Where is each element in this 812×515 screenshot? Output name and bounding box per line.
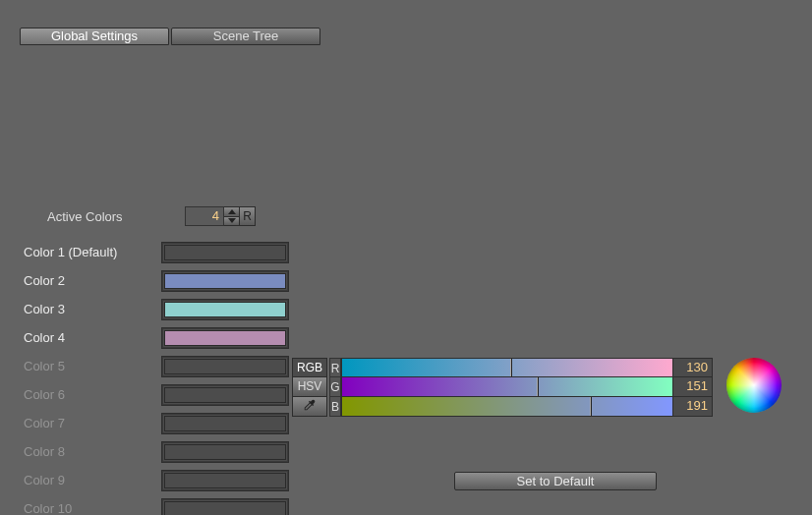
channel-slider[interactable] bbox=[341, 377, 673, 397]
spinner-up[interactable] bbox=[224, 207, 239, 217]
color-label: Color 3 bbox=[24, 302, 161, 316]
color-swatch[interactable] bbox=[161, 299, 289, 320]
color-label: Color 1 (Default) bbox=[24, 245, 161, 259]
active-colors-label: Active Colors bbox=[47, 209, 161, 224]
color-row: Color 6 bbox=[24, 380, 289, 409]
channel-slider[interactable] bbox=[341, 397, 673, 417]
color-swatch[interactable] bbox=[161, 270, 289, 292]
color-label: Color 9 bbox=[24, 473, 161, 487]
spinner-down[interactable] bbox=[224, 217, 239, 226]
slider-handle[interactable] bbox=[537, 377, 539, 396]
color-swatch[interactable] bbox=[161, 470, 289, 491]
color-swatch[interactable] bbox=[161, 441, 289, 463]
tab-scene-tree[interactable]: Scene Tree bbox=[171, 28, 320, 45]
tab-global-settings[interactable]: Global Settings bbox=[20, 28, 169, 45]
active-colors-spinner bbox=[224, 206, 240, 226]
color-list: Color 1 (Default)Color 2Color 3Color 4Co… bbox=[24, 238, 289, 515]
channel-row: G151 bbox=[329, 377, 713, 397]
color-row: Color 1 (Default) bbox=[24, 238, 289, 266]
color-label: Color 8 bbox=[24, 444, 161, 459]
channel-label: G bbox=[329, 377, 341, 397]
slider-handle[interactable] bbox=[590, 397, 592, 416]
color-row: Color 3 bbox=[24, 295, 289, 323]
color-wheel[interactable] bbox=[726, 358, 782, 413]
color-label: Color 2 bbox=[24, 273, 161, 288]
color-label: Color 7 bbox=[24, 416, 161, 430]
color-swatch[interactable] bbox=[161, 327, 289, 349]
color-swatch[interactable] bbox=[161, 356, 289, 377]
active-colors-input[interactable]: 4 bbox=[185, 206, 224, 226]
tab-bar: Global Settings Scene Tree bbox=[20, 28, 320, 45]
channel-row: B191 bbox=[329, 397, 713, 417]
mode-hsv-button[interactable]: HSV bbox=[292, 377, 327, 397]
active-colors-row: Active Colors 4 R bbox=[47, 206, 256, 226]
channel-row: R130 bbox=[329, 358, 713, 377]
eyedropper-button[interactable] bbox=[292, 397, 327, 417]
color-swatch[interactable] bbox=[161, 413, 289, 434]
eyedropper-icon bbox=[303, 398, 317, 415]
color-label: Color 5 bbox=[24, 359, 161, 373]
channel-value-input[interactable]: 151 bbox=[673, 377, 713, 397]
color-mixer-panel: RGB HSV R130G151B191 bbox=[292, 358, 782, 417]
color-row: Color 10 bbox=[24, 494, 289, 515]
channel-slider[interactable] bbox=[341, 358, 673, 377]
color-swatch[interactable] bbox=[161, 242, 289, 263]
color-row: Color 4 bbox=[24, 323, 289, 352]
slider-handle[interactable] bbox=[510, 359, 512, 376]
color-row: Color 8 bbox=[24, 437, 289, 466]
channel-value-input[interactable]: 191 bbox=[673, 397, 713, 417]
color-swatch[interactable] bbox=[161, 384, 289, 406]
color-label: Color 10 bbox=[24, 501, 161, 515]
color-swatch[interactable] bbox=[161, 498, 289, 516]
color-label: Color 4 bbox=[24, 330, 161, 345]
channel-label: B bbox=[329, 397, 341, 417]
color-row: Color 5 bbox=[24, 352, 289, 380]
color-row: Color 2 bbox=[24, 266, 289, 295]
active-colors-reset-button[interactable]: R bbox=[240, 206, 256, 226]
channel-label: R bbox=[329, 358, 341, 377]
color-row: Color 7 bbox=[24, 409, 289, 437]
mode-rgb-button[interactable]: RGB bbox=[292, 358, 327, 377]
mixer-mode-column: RGB HSV bbox=[292, 358, 327, 417]
color-row: Color 9 bbox=[24, 466, 289, 494]
set-to-default-button[interactable]: Set to Default bbox=[454, 472, 657, 490]
mixer-channels: R130G151B191 bbox=[329, 358, 713, 417]
channel-value-input[interactable]: 130 bbox=[673, 358, 713, 377]
color-label: Color 6 bbox=[24, 387, 161, 402]
